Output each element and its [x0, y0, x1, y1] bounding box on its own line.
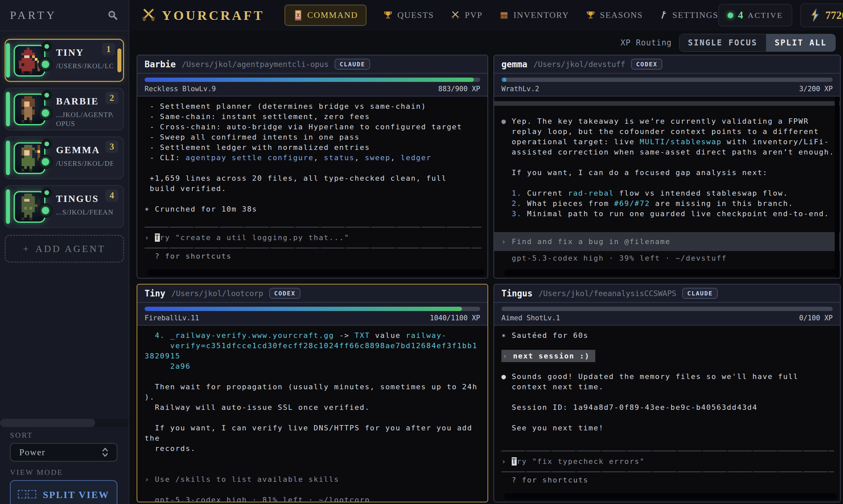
crate-icon: [499, 10, 509, 20]
terminal-output: 4. _railway-verify.www.yourcraft.gg -> T…: [145, 330, 487, 502]
agent-card-tingus[interactable]: TINGUS ...S/JKOL/FEEANALYSI 4: [5, 185, 124, 228]
top-nav-bar: YOURCRAFT COMMAND QUESTS PVP INVENTORY S…: [130, 0, 843, 31]
panel-header: Tiny /Users/jkol/lootcorp CODEX: [137, 285, 487, 303]
xp-value-label: 1040/1100 XP: [430, 314, 480, 322]
terminal-body[interactable]: 4. _railway-verify.www.yourcraft.gg -> T…: [137, 326, 487, 502]
split-all-option[interactable]: SPLIT ALL: [766, 34, 836, 51]
horizontal-scrollbar[interactable]: [147, 269, 485, 276]
terminal-panel-gemma[interactable]: gemma /Users/jkol/devstuff CODEX WrathLv…: [494, 55, 841, 278]
skill-level-label: Reckless BlowLv.9: [145, 85, 216, 93]
horizontal-scrollbar[interactable]: [504, 493, 837, 500]
tab-label: INVENTORY: [513, 10, 569, 20]
vertical-scrollbar[interactable]: [835, 96, 839, 278]
chevron-up-down-icon: [101, 447, 109, 458]
prompt-input[interactable]: › Try "fix typecheck errors": [501, 451, 840, 471]
agent-path-line: OPUS: [56, 119, 113, 128]
model-status-line: gpt-5.3-codex high · 39% left · ~/devstu…: [501, 251, 840, 267]
sort-select-value: Power: [19, 447, 46, 457]
add-agent-button[interactable]: + ADD AGENT: [5, 235, 124, 263]
status-dot-large: [38, 57, 53, 72]
trophy-icon: [383, 10, 393, 20]
sort-label: SORT: [10, 431, 33, 440]
split-view-button[interactable]: SPLIT VIEW: [10, 480, 118, 504]
panel-agent-path: /Users/jkol/lootcorp: [172, 289, 263, 298]
panel-agent-name: Tiny: [145, 288, 165, 299]
xp-bar-fill: [145, 77, 474, 82]
tab-settings[interactable]: SETTINGS: [660, 10, 719, 20]
tab-inventory[interactable]: INVENTORY: [499, 10, 569, 20]
status-dot-large: [38, 155, 53, 169]
active-count-badge: 4 ACTIVE: [718, 4, 792, 26]
active-accent-bar: [6, 189, 10, 224]
trophy-icon: [586, 10, 596, 20]
xp-value-label: 883/900 XP: [438, 85, 480, 93]
slot-number-badge: 4: [105, 189, 119, 202]
agent-terminal-grid: Barbie /Users/jkol/agentpaymentcli-opus …: [137, 55, 841, 502]
tab-seasons[interactable]: SEASONS: [586, 10, 643, 20]
scroll-map-icon: [293, 10, 303, 21]
search-icon[interactable]: [107, 9, 119, 21]
agent-name: GEMMA: [56, 145, 100, 156]
view-mode-label: VIEW MODE: [10, 468, 63, 477]
agent-name: TINY: [56, 47, 84, 58]
terminal-body[interactable]: - Settlement planner (determines bridge …: [137, 96, 487, 278]
tab-label: SEASONS: [600, 10, 643, 20]
tab-command[interactable]: COMMAND: [285, 5, 367, 26]
xp-bar: [501, 307, 833, 311]
terminal-panel-tiny[interactable]: Tiny /Users/jkol/lootcorp CODEX Fireball…: [137, 284, 488, 502]
skill-level-label: WrathLv.2: [501, 85, 539, 93]
agent-path: /USERS/JKOL/DEVSTU: [56, 159, 113, 168]
party-header: PARTY: [0, 0, 129, 31]
terminal-panel-tingus[interactable]: Tingus /Users/jkol/feeanalysisCCSWAPS CL…: [494, 284, 841, 502]
prompt-hint-band[interactable]: › Find and fix a bug in @filename: [501, 232, 840, 251]
xp-routing-toggle: SINGLE FOCUS SPLIT ALL: [679, 34, 836, 52]
xp-section: Reckless BlowLv.9 883/900 XP: [137, 74, 487, 96]
active-count: 4: [738, 9, 743, 21]
agent-path-line: /USERS/JKOL/DEVSTU: [56, 159, 113, 168]
slot-number-badge: 2: [105, 92, 119, 104]
app-logo: YOURCRAFT: [141, 7, 265, 23]
status-dot-large: [38, 106, 53, 120]
agent-path-line: /USERS/JKOL/LOOTC: [56, 62, 113, 71]
crossed-swords-icon: [141, 7, 157, 23]
tab-pvp[interactable]: PVP: [450, 10, 483, 20]
panel-agent-path: /Users/jkol/agentpaymentcli-opus: [182, 60, 329, 69]
agent-card-gemma[interactable]: GEMMA /USERS/JKOL/DEVSTU 3: [5, 136, 124, 179]
terminal-input-area: › Find and fix a bug in @filename gpt-5.…: [501, 232, 840, 278]
horizontal-scrollbar[interactable]: [504, 269, 837, 276]
xp-section: Aimed ShotLv.1 0/100 XP: [494, 303, 840, 326]
shortcuts-hint: ? for shortcuts: [501, 472, 840, 490]
panel-header: Barbie /Users/jkol/agentpaymentcli-opus …: [137, 55, 487, 74]
terminal-panel-barbie[interactable]: Barbie /Users/jkol/agentpaymentcli-opus …: [137, 55, 488, 278]
sidebar-scrollbar[interactable]: [0, 419, 129, 427]
terminal-output: ● Yep. The key takeaway is we’re current…: [501, 101, 840, 219]
xp-value-label: 3/200 XP: [799, 85, 833, 93]
agent-name: TINGUS: [56, 193, 99, 204]
skill-level-label: Aimed ShotLv.1: [501, 314, 560, 322]
terminal-body[interactable]: ∗ Sautéed for 60s › next session :) ● So…: [494, 326, 840, 502]
status-dot-small: [41, 41, 52, 52]
prompt-input[interactable]: › Try "create a util logging.py that...": [145, 228, 487, 248]
skill-level-label: FireballLv.11: [145, 314, 199, 322]
xp-bar: [501, 77, 833, 82]
terminal-body[interactable]: ● Yep. The key takeaway is we’re current…: [494, 96, 840, 278]
single-focus-option[interactable]: SINGLE FOCUS: [680, 34, 766, 51]
xp-section: FireballLv.11 1040/1100 XP: [137, 303, 487, 326]
sort-select[interactable]: Power: [10, 443, 118, 462]
agent-path-line: ...JKOL/AGENTPAYME: [56, 110, 113, 119]
tab-quests[interactable]: QUESTS: [383, 10, 434, 20]
nav-tabs: COMMAND QUESTS PVP INVENTORY SEASONS SET…: [285, 5, 719, 26]
power-value: 7720: [825, 9, 843, 21]
agent-path: ...JKOL/AGENTPAYME OPUS: [56, 110, 113, 128]
wrench-icon: [660, 10, 668, 20]
agent-card-tiny[interactable]: TINY /USERS/JKOL/LOOTC 1: [5, 39, 124, 82]
split-view-label: SPLIT VIEW: [43, 489, 109, 500]
terminal-output: - Settlement planner (determines bridge …: [145, 101, 487, 214]
xp-routing-control: XP Routing SINGLE FOCUS SPLIT ALL: [621, 34, 836, 51]
party-sidebar: PARTY TINY /USERS/JKOL/LOOTC 1 BARBIE: [0, 0, 129, 504]
xp-value-label: 0/100 XP: [799, 314, 833, 322]
xp-bar: [145, 77, 480, 82]
agent-card-barbie[interactable]: BARBIE ...JKOL/AGENTPAYME OPUS 2: [5, 88, 124, 131]
xp-bar-fill: [501, 77, 506, 82]
sidebar-scrollbar-thumb[interactable]: [0, 419, 95, 427]
